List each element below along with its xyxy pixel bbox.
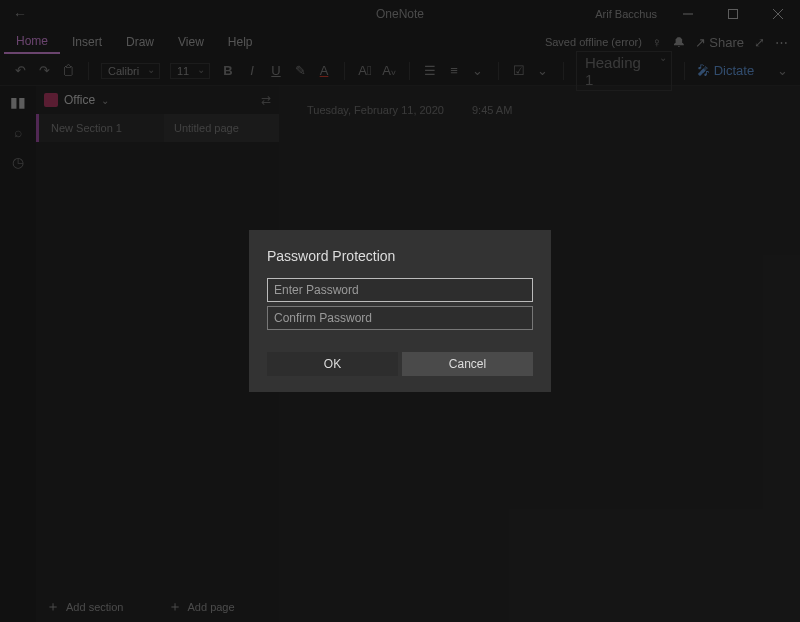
dialog-title: Password Protection <box>267 248 533 264</box>
confirm-password-input[interactable] <box>267 306 533 330</box>
modal-overlay: Password Protection OK Cancel <box>0 0 800 622</box>
password-protection-dialog: Password Protection OK Cancel <box>249 230 551 392</box>
enter-password-input[interactable] <box>267 278 533 302</box>
cancel-button[interactable]: Cancel <box>402 352 533 376</box>
ok-button[interactable]: OK <box>267 352 398 376</box>
